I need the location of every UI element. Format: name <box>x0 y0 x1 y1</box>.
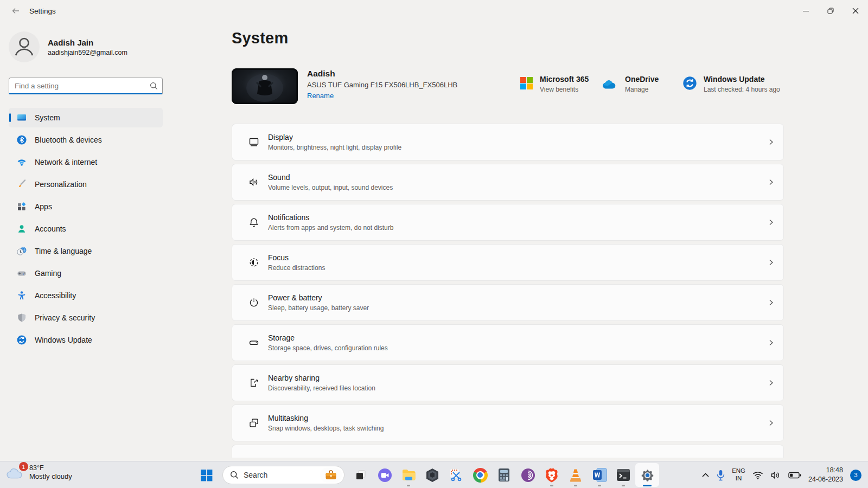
profile-card[interactable]: Aadish Jain aadishjain592@gmail.com <box>9 31 163 62</box>
accessibility-icon <box>16 290 27 301</box>
microphone-tray-button[interactable] <box>717 470 725 481</box>
terminal-button[interactable] <box>611 463 635 487</box>
row-title: Focus <box>268 253 767 262</box>
tor-browser-button[interactable] <box>516 463 540 487</box>
system-tray: ENG IN 18:48 24-0 <box>701 461 861 488</box>
back-button[interactable] <box>7 3 25 19</box>
taskbar-search[interactable]: Search <box>222 466 344 484</box>
sidebar-item-apps[interactable]: Apps <box>9 197 163 216</box>
onedrive-card[interactable]: OneDrive Manage <box>602 75 659 93</box>
search-icon <box>230 471 239 479</box>
settings-row-multitasking[interactable]: Multitasking Snap windows, desktops, tas… <box>232 404 784 441</box>
windows-logo-icon <box>200 469 213 481</box>
bluetooth-icon <box>16 134 27 145</box>
sidebar-item-network-internet[interactable]: Network & internet <box>9 152 163 172</box>
snipping-tool-button[interactable] <box>444 463 468 487</box>
close-button[interactable] <box>843 0 868 22</box>
settings-row-storage[interactable]: Storage Storage space, drives, configura… <box>232 324 784 361</box>
sidebar-item-personalization[interactable]: Personalization <box>9 175 163 194</box>
clock-widget[interactable]: 18:48 24-06-2023 <box>808 466 843 484</box>
settings-row-focus[interactable]: Focus Reduce distractions <box>232 244 784 281</box>
apps-icon <box>16 201 27 212</box>
brave-button[interactable] <box>540 463 564 487</box>
sidebar-item-privacy-security[interactable]: Privacy & security <box>9 308 163 328</box>
wifi-icon <box>752 471 763 479</box>
microsoft-365-card[interactable]: Microsoft 365 View benefits <box>520 75 589 93</box>
row-subtitle: Discoverability, received files location <box>268 384 767 392</box>
card-title: Microsoft 365 <box>540 75 589 84</box>
weather-widget[interactable]: 1 83°F Mostly cloudy <box>7 464 72 480</box>
settings-row-sound[interactable]: Sound Volume levels, output, input, soun… <box>232 164 784 201</box>
file-explorer-icon <box>401 468 416 481</box>
vlc-button[interactable] <box>564 463 588 487</box>
card-title: OneDrive <box>625 75 659 84</box>
sidebar-item-windows-update[interactable]: Windows Update <box>9 330 163 350</box>
sidebar-item-label: Accessibility <box>35 291 76 300</box>
card-subtitle[interactable]: Manage <box>625 86 659 93</box>
row-subtitle: Storage space, drives, configuration rul… <box>268 344 767 352</box>
wifi-tray-button[interactable] <box>752 471 763 479</box>
epic-games-button[interactable] <box>420 463 444 487</box>
sidebar-item-bluetooth-devices[interactable]: Bluetooth & devices <box>9 130 163 150</box>
row-subtitle: Sleep, battery usage, battery saver <box>268 304 767 312</box>
settings-row-nearby-sharing[interactable]: Nearby sharing Discoverability, received… <box>232 364 784 401</box>
file-explorer-button[interactable] <box>397 463 420 487</box>
device-wallpaper-thumbnail <box>232 68 298 104</box>
sidebar-item-accessibility[interactable]: Accessibility <box>9 286 163 305</box>
profile-email: aadishjain592@gmail.com <box>48 49 127 56</box>
settings-app-button[interactable] <box>635 463 659 487</box>
row-subtitle: Reduce distractions <box>268 264 767 272</box>
chevron-right-icon <box>767 178 775 186</box>
task-view-button[interactable] <box>349 463 373 487</box>
sidebar-item-label: Accounts <box>35 224 66 233</box>
notification-count-badge[interactable]: 3 <box>850 470 861 481</box>
search-input[interactable] <box>15 82 150 90</box>
tray-time: 18:48 <box>808 466 843 475</box>
nearby-sharing-icon <box>247 376 260 389</box>
chevron-right-icon <box>767 379 775 387</box>
rename-link[interactable]: Rename <box>307 92 334 100</box>
battery-icon <box>788 472 801 479</box>
time-language-icon <box>16 246 27 256</box>
card-subtitle[interactable]: View benefits <box>540 86 589 93</box>
epic-games-icon <box>425 468 439 483</box>
restore-button[interactable] <box>818 0 843 22</box>
battery-tray-button[interactable] <box>788 472 801 479</box>
sidebar-item-gaming[interactable]: Gaming <box>9 264 163 283</box>
start-button[interactable] <box>194 463 218 487</box>
settings-row-power-battery[interactable]: Power & battery Sleep, battery usage, ba… <box>232 284 784 321</box>
taskbar: 1 83°F Mostly cloudy Search <box>0 461 868 488</box>
sidebar-item-label: Privacy & security <box>35 313 95 322</box>
settings-row-partial[interactable] <box>232 445 784 458</box>
language-switcher[interactable]: ENG IN <box>732 467 745 483</box>
windows-update-card[interactable]: Windows Update Last checked: 4 hours ago <box>682 75 780 93</box>
language-region: IN <box>732 475 745 483</box>
taskbar-center: Search <box>194 461 659 488</box>
sidebar-item-time-language[interactable]: Time & language <box>9 241 163 261</box>
minimize-button[interactable] <box>793 0 818 22</box>
tray-overflow-button[interactable] <box>701 472 710 478</box>
settings-row-notifications[interactable]: Notifications Alerts from apps and syste… <box>232 204 784 241</box>
minimize-icon <box>803 8 809 14</box>
running-indicator <box>574 485 577 486</box>
video-chat-app-button[interactable] <box>373 463 397 487</box>
calculator-button[interactable] <box>492 463 516 487</box>
sidebar-item-label: Windows Update <box>35 336 92 344</box>
word-button[interactable] <box>588 463 611 487</box>
volume-tray-button[interactable] <box>770 471 781 480</box>
device-header: Aadish ASUS TUF Gaming F15 FX506LHB_FX50… <box>232 68 784 104</box>
chrome-button[interactable] <box>468 463 492 487</box>
row-title: Nearby sharing <box>268 374 767 382</box>
accounts-icon <box>16 223 27 234</box>
microsoft-logo <box>520 76 533 90</box>
sidebar-item-accounts[interactable]: Accounts <box>9 219 163 239</box>
settings-row-display[interactable]: Display Monitors, brightness, night ligh… <box>232 124 784 160</box>
restore-icon <box>827 8 834 14</box>
shield-icon <box>16 312 27 323</box>
card-title: Windows Update <box>704 75 780 84</box>
tray-date: 24-06-2023 <box>808 475 843 484</box>
find-setting-searchbox[interactable] <box>9 78 163 94</box>
sidebar: Aadish Jain aadishjain592@gmail.com Syst… <box>0 22 171 461</box>
sidebar-item-label: System <box>35 113 60 122</box>
sidebar-item-system[interactable]: System <box>9 108 163 127</box>
